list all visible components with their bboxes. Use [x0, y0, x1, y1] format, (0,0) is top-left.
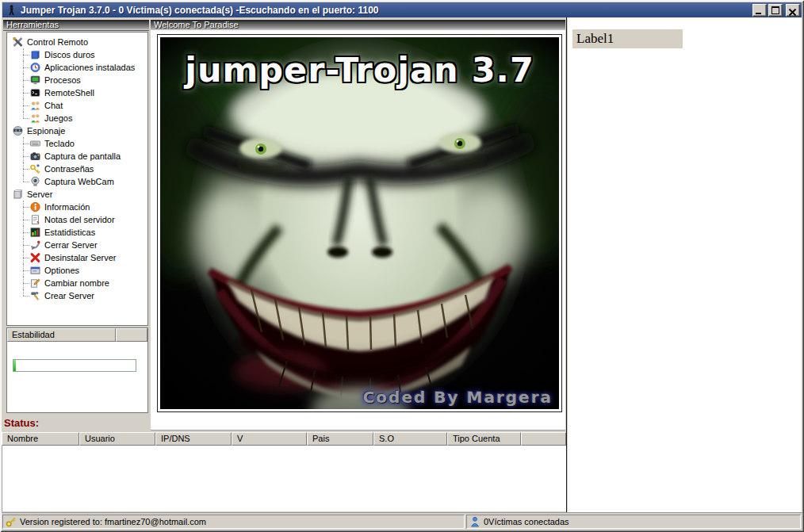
tree-item-captura-de-pantalla[interactable]: Captura de pantalla: [18, 150, 147, 163]
tree-connector: [18, 289, 29, 302]
column-header-v[interactable]: V: [232, 432, 307, 446]
tree-item-remoteshell[interactable]: RemoteShell: [18, 86, 147, 99]
tree-item-información[interactable]: Información: [18, 201, 147, 213]
chat-icon: [29, 100, 41, 111]
tools-panel-header: Herramientas: [3, 20, 149, 31]
processes-icon: [29, 75, 41, 86]
tree-connector: [18, 251, 29, 264]
minimize-button[interactable]: [752, 4, 767, 17]
tree-item-label: Procesos: [44, 75, 81, 85]
tree-connector: [18, 86, 29, 99]
stability-progress-bar: [13, 359, 136, 372]
tree-item-label: Cerrar Server: [44, 240, 98, 250]
maximize-icon: [771, 6, 779, 14]
tree-item-discos-duros[interactable]: Discos duros: [18, 48, 147, 61]
stability-progress-fill: [13, 360, 16, 371]
column-header-s-o[interactable]: S.O: [373, 432, 447, 446]
tree-connector: [18, 61, 29, 74]
tree-item-control-remoto[interactable]: Control Remoto: [12, 36, 147, 48]
title-bar[interactable]: Jumper Trojan 3.7.0 - 0 Víctima(s) conec…: [2, 2, 802, 17]
statusbar-victims-panel: 0Víctimas conectadas: [466, 515, 801, 529]
column-header-spacer[interactable]: [521, 432, 566, 446]
options-icon: [29, 265, 41, 276]
keyboard-icon: [29, 138, 41, 149]
tree-connector: [18, 137, 29, 150]
victims-table-header: NombreUsuarioIP/DNSVPaisS.OTipo Cuenta: [2, 432, 566, 446]
tree-item-procesos[interactable]: Procesos: [18, 74, 147, 86]
victims-count-text: 0Víctimas conectadas: [484, 517, 569, 526]
tree-item-label: Discos duros: [44, 50, 95, 59]
tree-item-cambiar-nombre[interactable]: Cambiar nombre: [18, 277, 147, 289]
column-header-pais[interactable]: Pais: [307, 432, 373, 446]
banner-credit-text: Coded By Margera: [363, 388, 553, 407]
tree-connector: [18, 48, 29, 61]
stability-panel: Estabilidad: [6, 327, 148, 413]
column-header-ip-dns[interactable]: IP/DNS: [155, 432, 232, 446]
stability-column-spacer: [116, 328, 147, 342]
server-icon: [12, 189, 24, 200]
joker-banner-image: jumper-Trojan 3.7 Coded By Margera: [160, 37, 559, 409]
close-button[interactable]: [786, 4, 800, 17]
tree-item-notas-del-servidor[interactable]: Notas del servidor: [18, 213, 147, 226]
tree-item-cerrar-server[interactable]: Cerrar Server: [18, 239, 147, 251]
tree-connector: [18, 264, 29, 277]
tree-item-desinstalar-server[interactable]: Desinstalar Server: [18, 251, 147, 264]
app-window: Jumper Trojan 3.7.0 - 0 Víctima(s) conec…: [0, 0, 804, 532]
tree-connector: [18, 112, 29, 124]
tree-connector: [18, 201, 29, 213]
tree-item-server[interactable]: Server: [12, 188, 147, 201]
tree-item-label: Captura de pantalla: [44, 151, 121, 161]
tree-item-juegos[interactable]: Juegos: [18, 112, 147, 124]
tree-item-label: RemoteShell: [44, 88, 94, 98]
tree-item-aplicaciones-instaladas[interactable]: Aplicaciones instaladas: [18, 61, 147, 74]
tools-icon: [12, 36, 24, 48]
tree-connector: [18, 150, 29, 163]
tree-connector: [18, 239, 29, 251]
tree-item-teclado[interactable]: Teclado: [18, 137, 147, 150]
tree-item-label: Aplicaciones instaladas: [44, 63, 135, 72]
notes-icon: [29, 214, 41, 225]
spy-icon: [12, 125, 24, 136]
tree-item-chat[interactable]: Chat: [18, 99, 147, 112]
tree-item-label: Cambiar nombre: [44, 278, 109, 288]
tree-item-captura-webcam[interactable]: Captura WebCam: [18, 175, 147, 188]
tree-item-estatidisticas[interactable]: Estatidisticas: [18, 226, 147, 239]
tree-item-label: Chat: [44, 101, 63, 110]
person-icon: [469, 516, 480, 527]
tree-item-optiones[interactable]: Optiones: [18, 264, 147, 277]
tree-item-label: Server: [27, 189, 52, 199]
tree-item-crear-server[interactable]: Crear Server: [18, 289, 147, 302]
tree-item-label: Juegos: [44, 113, 72, 123]
close-server-icon: [29, 239, 41, 251]
maximize-button[interactable]: [768, 4, 783, 17]
tree-connector: [18, 99, 29, 112]
tree-connector: [18, 175, 29, 188]
joker-face-art: [160, 37, 559, 409]
tree-item-espionaje[interactable]: Espionaje: [12, 124, 147, 137]
window-title: Jumper Trojan 3.7.0 - 0 Víctima(s) conec…: [21, 5, 751, 16]
registered-text: Version registered to: fmartinez70@hotma…: [20, 517, 206, 526]
tree-item-label: Control Remoto: [27, 37, 88, 47]
column-header-usuario[interactable]: Usuario: [79, 432, 155, 446]
tree-item-contraseñas[interactable]: Contraseñas: [18, 163, 147, 175]
tree-item-label: Captura WebCam: [44, 177, 114, 186]
tree-item-label: Notas del servidor: [44, 215, 115, 224]
minimize-icon: [756, 13, 761, 14]
tree-connector: [18, 213, 29, 226]
column-header-tipo-cuenta[interactable]: Tipo Cuenta: [447, 432, 521, 446]
tree-item-label: Teclado: [44, 139, 75, 148]
banner-title-text: jumper-Trojan 3.7: [160, 50, 559, 90]
status-bar: Version registered to: fmartinez70@hotma…: [2, 512, 802, 530]
tree-connector: [18, 74, 29, 86]
tree-item-label: Espionaje: [27, 126, 65, 136]
stability-column-header[interactable]: Estabilidad: [7, 328, 116, 342]
status-label: Status:: [4, 417, 39, 429]
tree-item-label: Información: [44, 202, 90, 212]
tools-tree-panel: Control RemotoDiscos durosAplicaciones i…: [6, 32, 148, 326]
right-panel: Label1: [568, 17, 802, 512]
label1: Label1: [572, 29, 683, 48]
passwords-icon: [29, 163, 41, 174]
tree-item-label: Estatidisticas: [44, 228, 95, 237]
main-panel-header: Welcome To Paradise: [151, 20, 565, 31]
column-header-nombre[interactable]: Nombre: [2, 432, 79, 446]
